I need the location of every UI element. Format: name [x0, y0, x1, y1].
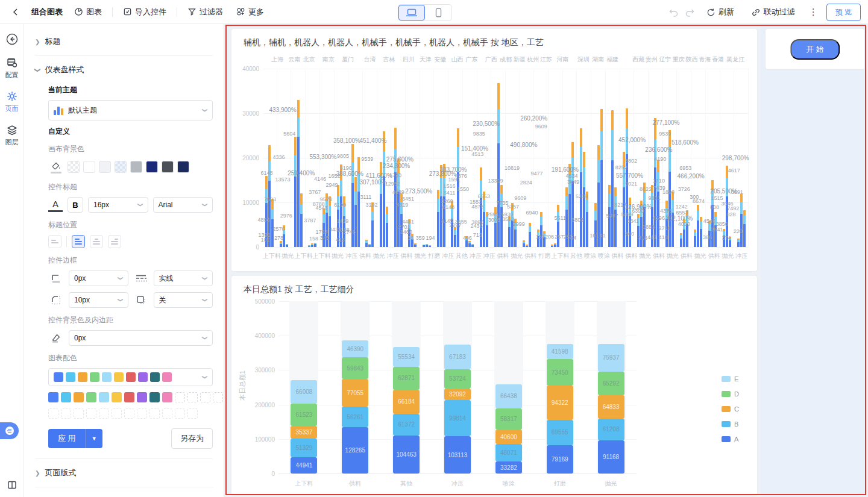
font-bold-button[interactable]: B: [68, 197, 83, 213]
palette-editor-swatch[interactable]: [61, 392, 71, 402]
chart-palette-select[interactable]: ❯: [48, 368, 213, 386]
palette-editor-swatch[interactable]: [149, 392, 160, 402]
palette-empty-slot[interactable]: [124, 408, 134, 419]
task-list-fab[interactable]: [0, 422, 19, 439]
start-button[interactable]: 开 始: [790, 39, 840, 60]
collapse-panel-button[interactable]: [5, 33, 19, 46]
eraser-icon[interactable]: [48, 330, 64, 346]
title-position-center[interactable]: [90, 235, 103, 248]
palette-empty-slot[interactable]: [213, 392, 223, 402]
border-style-select[interactable]: 实线❯: [154, 270, 213, 286]
sidebar-item-layer[interactable]: 图层: [0, 124, 24, 147]
canvas-color-swatch[interactable]: [130, 161, 142, 173]
palette-empty-slot[interactable]: [61, 408, 71, 419]
palette-empty-slot[interactable]: [48, 408, 58, 419]
bar-group[interactable]: [448, 69, 463, 247]
palette-empty-slot[interactable]: [137, 408, 147, 419]
bar-group[interactable]: [606, 69, 620, 247]
legend-item-A[interactable]: A: [722, 436, 739, 443]
title-position-none[interactable]: [48, 235, 61, 248]
bar-group[interactable]: [363, 69, 377, 247]
apply-button[interactable]: 应 用 ▼: [48, 429, 102, 448]
bar-group[interactable]: [263, 69, 277, 247]
bar-group[interactable]: [320, 69, 335, 247]
bar-group[interactable]: [306, 69, 320, 247]
redo-icon[interactable]: [685, 8, 695, 17]
palette-empty-slot[interactable]: [74, 408, 84, 419]
canvas-color-swatch[interactable]: [115, 161, 127, 173]
legend-item-D[interactable]: D: [722, 390, 739, 398]
palette-editor-swatch[interactable]: [162, 392, 172, 402]
palette-editor-swatch[interactable]: [99, 392, 109, 402]
bar-group[interactable]: [348, 69, 363, 247]
palette-empty-slot[interactable]: [187, 392, 198, 402]
bar-group[interactable]: [549, 69, 563, 247]
padding-select[interactable]: 0px❯: [69, 330, 213, 346]
palette-editor-swatch[interactable]: [86, 392, 96, 402]
border-width-select[interactable]: 0px❯: [69, 270, 128, 286]
legend-item-C[interactable]: C: [722, 405, 739, 413]
bar-group[interactable]: [634, 69, 649, 247]
palette-empty-slot[interactable]: [162, 408, 172, 419]
bar-group[interactable]: [291, 69, 306, 247]
title-position-right[interactable]: [108, 235, 121, 248]
bar-group[interactable]: [506, 69, 520, 247]
bar-group[interactable]: [520, 69, 535, 247]
legend-item-B[interactable]: B: [722, 420, 739, 428]
palette-empty-slot[interactable]: [99, 408, 109, 419]
apply-dropdown-arrow[interactable]: ▼: [86, 429, 102, 448]
refresh-button[interactable]: 刷新: [701, 4, 740, 20]
save-as-button[interactable]: 另存为: [171, 428, 213, 449]
bar-group[interactable]: [434, 69, 448, 247]
palette-editor-swatch[interactable]: [137, 392, 147, 402]
dashboard-canvas[interactable]: 辅机，辅机，机器人，机器人，机械手，机械手，机器人，机械手 按 地区，工艺 上海…: [224, 24, 868, 497]
palette-editor-swatch[interactable]: [124, 392, 134, 402]
column-其他[interactable]: 10446361372661846287155534: [381, 301, 432, 474]
column-上下料[interactable]: 4494151329353376152366008: [278, 301, 330, 474]
section-dashboard-style[interactable]: ❯ 仪表盘样式: [35, 61, 213, 79]
column-喷涂[interactable]: 3328248071406005831766438: [483, 301, 534, 474]
start-widget[interactable]: 开 始: [766, 29, 864, 69]
palette-empty-slot[interactable]: [86, 408, 96, 419]
link-filter-button[interactable]: 联动过滤: [746, 4, 800, 20]
column-供料[interactable]: 12826556261770555984346390: [330, 301, 381, 474]
legend-item-E[interactable]: E: [722, 375, 739, 383]
sidebar-item-config[interactable]: 配置: [0, 57, 24, 80]
palette-editor-swatch[interactable]: [48, 392, 58, 402]
palette-empty-slot[interactable]: [187, 408, 198, 419]
bar-group[interactable]: [406, 69, 420, 247]
section-page-layout[interactable]: ❯ 页面版式: [35, 464, 213, 482]
bar-group[interactable]: [649, 69, 663, 247]
preview-button[interactable]: 预 览: [826, 4, 861, 21]
bar-group[interactable]: [377, 69, 392, 247]
import-widget-button[interactable]: 导入控件: [118, 4, 172, 20]
bar-group[interactable]: [491, 69, 506, 247]
more-button[interactable]: 更多: [231, 4, 269, 20]
bar-group[interactable]: [420, 69, 435, 247]
palette-empty-slot[interactable]: [112, 408, 122, 419]
bar-group[interactable]: [477, 69, 492, 247]
section-widget-layout[interactable]: ❯ 控件布局: [35, 492, 213, 497]
canvas-color-swatch[interactable]: [146, 161, 158, 173]
theme-select[interactable]: 默认主题 ❯: [48, 100, 213, 120]
palette-empty-slot[interactable]: [149, 408, 160, 419]
column-冲压[interactable]: 10311399814320925372467183: [432, 301, 483, 474]
chart-button[interactable]: 图表: [69, 4, 107, 20]
filter-button[interactable]: 过滤器: [182, 4, 228, 20]
desktop-view-button[interactable]: [398, 5, 425, 20]
bar-group[interactable]: [663, 69, 678, 247]
bar-group[interactable]: [677, 69, 691, 247]
bar-group[interactable]: [706, 69, 720, 247]
bar-group[interactable]: [620, 69, 635, 247]
sidebar-item-page[interactable]: 页面: [0, 90, 24, 113]
canvas-color-swatch[interactable]: [177, 161, 189, 173]
bar-group[interactable]: [463, 69, 477, 247]
section-title[interactable]: ❯ 标题: [35, 33, 213, 51]
kebab-menu[interactable]: ⋮: [807, 7, 820, 17]
column-打磨[interactable]: 7916969555943227345041598: [534, 301, 585, 474]
combo-chart-widget[interactable]: 辅机，辅机，机器人，机器人，机械手，机械手，机器人，机械手 按 地区，工艺 上海…: [231, 29, 757, 271]
bar-group[interactable]: [591, 69, 606, 247]
bar-group[interactable]: [734, 69, 749, 247]
palette-empty-slot[interactable]: [175, 392, 185, 402]
bar-group[interactable]: [577, 69, 591, 247]
